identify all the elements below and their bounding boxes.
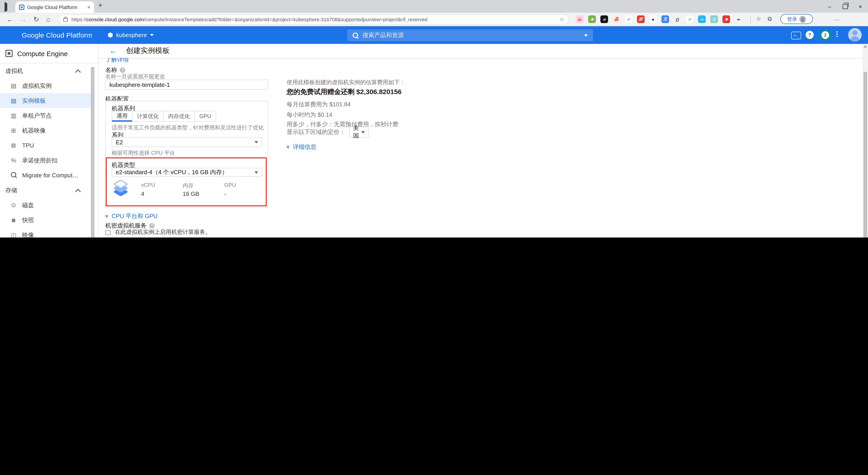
sidebar-item-vm-instances[interactable]: ▤虚拟机实例	[0, 78, 98, 93]
confidential-vm-checkbox-row[interactable]: 在此虚拟机实例上启用机密计算服务。	[105, 229, 211, 236]
sidebar-item-tpu[interactable]: ⊠TPU	[0, 138, 98, 153]
org-chart-extension-icon[interactable]: 品	[613, 16, 620, 23]
new-tab-button[interactable]: +	[98, 1, 102, 9]
login-button[interactable]: 登录	[780, 14, 813, 24]
main-area: ← 创建实例模板 了解详情 名称? 名称一旦设置就不能更改 kubesphere…	[98, 44, 863, 237]
toolbar-separator	[750, 16, 751, 23]
sidebar-item-snapshots[interactable]: ◙快照	[0, 213, 98, 228]
tab-memory-optimized[interactable]: 内存优化	[163, 111, 195, 122]
more-menu-icon[interactable]	[836, 31, 838, 37]
check-extension-icon[interactable]: ✔	[625, 16, 632, 23]
back-arrow-icon[interactable]: ←	[110, 47, 117, 55]
chevron-up-icon[interactable]	[75, 189, 81, 194]
sidebar-item-committed-use[interactable]: %承诺使用折扣	[0, 153, 98, 168]
gcp-favicon-icon	[19, 4, 24, 10]
avatar[interactable]	[848, 28, 862, 41]
collections-icon[interactable]: ⧉	[768, 16, 772, 23]
expand-icon: »	[104, 215, 110, 217]
machine-family-desc: 适用于常见工作负载的机器类型，针对费用和灵活性进行了优化	[112, 124, 264, 131]
address-bar[interactable]: https://console.cloud.google.com/compute…	[59, 14, 569, 24]
sidebar-section-storage[interactable]: 存储	[0, 183, 98, 198]
global-search-input[interactable]: 搜索产品和资源	[347, 29, 593, 41]
tpu-icon: ⊠	[9, 142, 18, 149]
url-text[interactable]: https://console.cloud.google.com/compute…	[71, 17, 428, 22]
sidebar-section-vm[interactable]: 虚拟机	[0, 63, 98, 78]
cpu-platform-gpu-link[interactable]: » CPU 平台和 GPU	[105, 212, 158, 220]
scroll-up-icon[interactable]	[864, 45, 867, 48]
pink-cat-extension-icon[interactable]: ω	[576, 16, 584, 23]
tab-title: Google Cloud Platform	[27, 4, 86, 10]
tab-gpu[interactable]: GPU	[194, 111, 216, 122]
spec-vcpu-header: vCPU	[141, 182, 155, 188]
region-dropdown[interactable]: 美国	[349, 127, 369, 138]
disks-icon: ⊙	[9, 202, 18, 209]
help-icon[interactable]: ?	[149, 223, 155, 229]
s-extension-icon[interactable]: S	[710, 16, 718, 23]
spec-gpu-value: -	[224, 190, 226, 197]
discount-icon: %	[9, 157, 18, 164]
compute-engine-icon	[5, 50, 13, 57]
learn-more-link[interactable]: 了解详情	[105, 58, 129, 62]
sidebar-item-migrate[interactable]: Migrate for Compute Engi...	[0, 168, 98, 183]
home-icon[interactable]: ⌂	[46, 16, 50, 23]
cloud-shell-icon[interactable]: >_	[791, 32, 801, 39]
vertical-tabs-icon[interactable]	[4, 3, 6, 11]
spec-gpu-header: GPU	[224, 182, 236, 188]
gcp-header: Google Cloud Platform kubesphere 搜索产品和资源…	[0, 26, 868, 44]
help-icon[interactable]: ?	[806, 31, 814, 39]
help-icon[interactable]: ?	[120, 67, 125, 73]
instance-templates-icon: ▤	[9, 97, 18, 104]
translate-extension-icon[interactable]: 文	[661, 16, 669, 23]
sidebar-item-machine-images[interactable]: ⊞机器映像	[0, 123, 98, 138]
url-path: /compute/instanceTemplates/add?folder=&o…	[144, 17, 428, 22]
page-scrollbar[interactable]	[863, 44, 868, 237]
name-input[interactable]: kubesphere-template-1	[105, 80, 268, 90]
panda-extension-icon[interactable]: ⠶	[600, 16, 608, 23]
lock-icon	[63, 18, 68, 22]
sidebar-item-disks[interactable]: ⊙磁盘	[0, 198, 98, 213]
back-icon[interactable]: ←	[6, 16, 13, 23]
sidebar-item-sole-tenant-nodes[interactable]: ▥单租户节点	[0, 108, 98, 123]
tab-general-purpose[interactable]: 通用	[112, 111, 132, 122]
search-chevron-icon[interactable]	[584, 34, 588, 36]
sidebar-nav: 虚拟机 ▤虚拟机实例 ▤实例模板 ▥单租户节点 ⊞机器映像 ⊠TPU %承诺使用…	[0, 63, 98, 237]
braces-extension-icon[interactable]: {}	[674, 16, 681, 23]
tab-compute-optimized[interactable]: 计算优化	[132, 111, 164, 122]
infinity-extension-icon[interactable]: ∞	[735, 16, 742, 23]
coupon-extension-icon[interactable]: 折	[637, 16, 645, 23]
bookmark-star-icon[interactable]: ☆	[559, 16, 564, 23]
window-minimize-button[interactable]: –	[822, 0, 837, 13]
dark-reader-extension-icon[interactable]: ●	[649, 16, 657, 23]
search-icon	[9, 172, 18, 179]
green-plus-extension-icon[interactable]: ✚	[588, 16, 596, 23]
forward-icon[interactable]: →	[20, 16, 27, 23]
reload-icon[interactable]: ↻	[33, 16, 39, 24]
chevron-up-icon[interactable]	[75, 69, 81, 75]
sidebar-scrollbar[interactable]	[91, 67, 94, 237]
project-selector[interactable]: kubesphere	[107, 32, 154, 38]
gcp-brand[interactable]: Google Cloud Platform	[22, 31, 92, 39]
favorites-icon[interactable]: ☆	[756, 16, 761, 22]
form-content: 了解详情 名称? 名称一旦设置就不能更改 kubesphere-template…	[98, 58, 863, 237]
url-host: console.cloud.google.com	[86, 17, 144, 22]
product-name: Compute Engine	[17, 50, 68, 57]
tab-close-icon[interactable]: ×	[87, 4, 90, 10]
series-dropdown[interactable]: E2	[112, 137, 262, 147]
window-close-button[interactable]: ×	[852, 0, 868, 13]
person-extension-icon[interactable]: ✐	[686, 16, 693, 23]
browser-tab[interactable]: Google Cloud Platform ×	[16, 1, 94, 13]
pricing-intro: 使用此模板创建的虚拟机实例的估算费用如下：	[287, 79, 405, 86]
window-restore-button[interactable]	[837, 0, 852, 13]
stop-hand-extension-icon[interactable]: ✱	[722, 16, 730, 23]
browser-menu-icon[interactable]: …	[834, 14, 840, 22]
sidebar-item-images[interactable]: ◫映像	[0, 228, 98, 237]
share-doc-extension-icon[interactable]: ⇨	[698, 16, 706, 23]
pricing-details-link[interactable]: » 详细信息	[287, 143, 316, 151]
machine-type-dropdown[interactable]: e2-standard-4（4 个 vCPU，16 GB 内存）	[112, 168, 262, 177]
notifications-badge[interactable]: 2	[822, 31, 829, 39]
spec-memory-header: 内存	[183, 182, 193, 189]
machine-family-tabs: 通用计算优化内存优化GPU	[112, 111, 216, 122]
scrollbar-thumb[interactable]	[864, 72, 867, 237]
checkbox-unchecked[interactable]	[105, 230, 111, 235]
sidebar-item-instance-templates[interactable]: ▤实例模板	[0, 93, 91, 108]
